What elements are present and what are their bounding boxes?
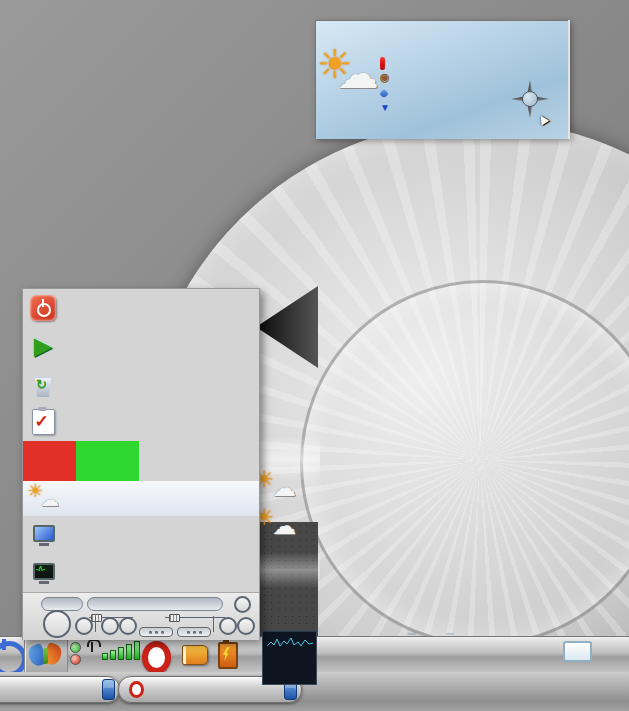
window-button-program-files[interactable]: [0, 676, 120, 703]
current-stats: ◉ ▼: [380, 55, 394, 115]
network-icon: [31, 523, 55, 547]
battery-icon[interactable]: [218, 642, 238, 669]
humidity-droplet-icon: [378, 87, 389, 98]
shuffle-toggle[interactable]: [139, 627, 173, 637]
wind-direction-arrow-icon: ▲: [532, 107, 554, 129]
menu-item-shutdown[interactable]: [23, 289, 259, 327]
wifi-antenna-icon[interactable]: [86, 640, 98, 652]
taskbar-inset-button[interactable]: [563, 641, 592, 662]
disk-usage-size: [139, 441, 259, 481]
cpu-label: [408, 633, 416, 635]
restart-icon: ▶: [34, 335, 52, 357]
sun-cloud-icon: [29, 486, 57, 512]
opera-icon: [129, 681, 144, 698]
network-in-label: [263, 631, 316, 632]
player-separator: [213, 616, 214, 632]
pressure-falling-icon: ▼: [380, 102, 390, 113]
signal-strength-bars: [102, 641, 140, 660]
status-led-green: [70, 642, 81, 653]
player-separator: [95, 616, 96, 632]
seek-slider[interactable]: [169, 614, 180, 622]
address-book-icon[interactable]: [182, 645, 208, 665]
network-monitor-panel: [262, 630, 317, 685]
compass-hub: [522, 91, 538, 107]
mem-label: [446, 633, 454, 635]
visibility-icon: ◉: [380, 71, 390, 84]
sun-cloud-icon: [256, 510, 294, 546]
messenger-butterfly-button[interactable]: [24, 638, 68, 674]
player-track-field[interactable]: [87, 597, 223, 611]
disk-usage-row: [23, 441, 259, 481]
menu-item-meteo[interactable]: [23, 481, 259, 516]
desktop: ◉ ▼ ▲: [0, 0, 629, 711]
previous-track-button[interactable]: [101, 617, 119, 635]
volume-slider[interactable]: [91, 614, 102, 622]
thermometer-icon: [380, 57, 385, 68]
compass: ▲: [502, 71, 558, 127]
play-button[interactable]: [43, 610, 71, 638]
menu-item-recycle-bin[interactable]: [23, 365, 259, 403]
player-close-button[interactable]: [237, 617, 255, 635]
desktop-weather-icon-2[interactable]: [256, 510, 304, 550]
todo-icon: [32, 409, 55, 435]
opera-icon[interactable]: [142, 641, 171, 674]
menu-item-restart[interactable]: ▶: [23, 327, 259, 365]
network-graph: [267, 634, 313, 650]
window-button-slider[interactable]: [102, 679, 115, 700]
next-track-button[interactable]: [119, 617, 137, 635]
menu-item-processes[interactable]: -Λ-: [23, 554, 259, 592]
current-conditions-panel: ◉ ▼ ▲: [316, 20, 568, 139]
status-led-red: [70, 654, 81, 665]
stop-button[interactable]: [75, 617, 93, 635]
repeat-toggle[interactable]: [177, 627, 211, 637]
sun-cloud-icon: [319, 47, 377, 103]
disk-usage-bar: [23, 441, 139, 481]
context-menu: ▶ -Λ-: [22, 288, 260, 640]
sun-cloud-icon: [256, 472, 294, 508]
process-icon: -Λ-: [31, 561, 55, 585]
player-collapse-button[interactable]: [234, 596, 251, 613]
power-icon: [30, 295, 56, 321]
eject-button[interactable]: [219, 617, 237, 635]
wind-info: [468, 55, 471, 85]
butterfly-body: [43, 648, 48, 664]
media-player: [23, 592, 259, 640]
player-time-field[interactable]: [41, 597, 83, 611]
weather-widget[interactable]: ◉ ▼ ▲: [315, 20, 570, 139]
recycle-bin-icon: [31, 372, 55, 396]
menu-item-network-favorites[interactable]: [23, 516, 259, 554]
menu-item-todo[interactable]: [23, 403, 259, 441]
